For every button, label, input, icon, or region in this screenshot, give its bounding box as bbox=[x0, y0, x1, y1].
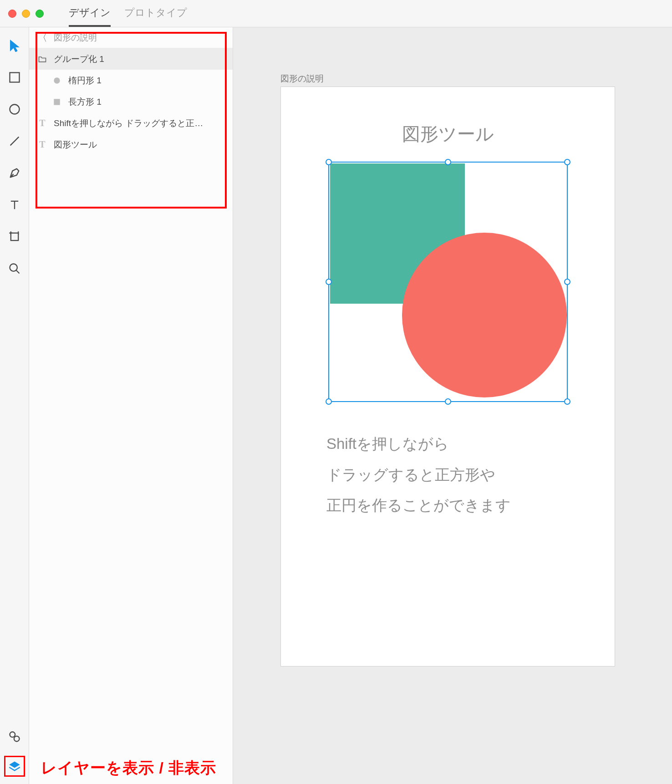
zoom-tool[interactable] bbox=[7, 261, 22, 276]
window-controls bbox=[8, 10, 44, 18]
layer-label: Shiftを押しながら ドラッグすると正… bbox=[54, 117, 203, 129]
artboard-tool[interactable] bbox=[7, 229, 22, 244]
layer-label: 楕円形 1 bbox=[68, 75, 102, 87]
layers-header: 〈 図形の説明 bbox=[29, 27, 233, 48]
back-chevron-icon[interactable]: 〈 bbox=[37, 31, 47, 45]
folder-icon bbox=[37, 54, 47, 64]
svg-line-2 bbox=[10, 137, 19, 146]
layer-label: 図形ツール bbox=[54, 139, 97, 151]
tab-prototype[interactable]: プロトタイプ bbox=[124, 6, 187, 21]
layer-row-text-1[interactable]: T Shiftを押しながら ドラッグすると正… bbox=[29, 112, 233, 134]
svg-rect-12 bbox=[54, 99, 60, 105]
svg-rect-0 bbox=[10, 73, 19, 82]
line-tool[interactable] bbox=[7, 134, 22, 148]
artboard-body-text[interactable]: Shiftを押しながらドラッグすると正方形や正円を作ることができます bbox=[326, 428, 587, 521]
layers-panel: 〈 図形の説明 グループ化 1 楕円形 1 長方形 1 T Shiftを押しなが… bbox=[29, 27, 233, 784]
layer-label: グループ化 1 bbox=[54, 53, 104, 65]
layer-row-group[interactable]: グループ化 1 bbox=[29, 48, 233, 70]
resize-handle-bm[interactable] bbox=[445, 398, 451, 405]
text-tool[interactable] bbox=[7, 198, 22, 212]
svg-rect-3 bbox=[10, 233, 18, 240]
ellipse-tool[interactable] bbox=[7, 102, 22, 117]
resize-handle-tm[interactable] bbox=[445, 159, 451, 165]
maximize-window-button[interactable] bbox=[36, 10, 44, 18]
artboard[interactable]: 図形ツール Shiftを押しながらドラッグすると正方形や正円を作ることができます bbox=[280, 87, 615, 667]
text-icon: T bbox=[37, 118, 47, 128]
resize-handle-tr[interactable] bbox=[564, 159, 570, 165]
artboard-label[interactable]: 図形の説明 bbox=[280, 73, 324, 85]
layer-label: 長方形 1 bbox=[68, 96, 102, 108]
layers-header-title: 図形の説明 bbox=[54, 32, 97, 44]
toolbar-bottom bbox=[0, 729, 29, 777]
text-icon: T bbox=[37, 140, 47, 150]
selection-bounds[interactable] bbox=[328, 162, 568, 402]
svg-point-1 bbox=[10, 105, 19, 114]
titlebar: デザイン プロトタイプ bbox=[0, 0, 672, 27]
rect-icon bbox=[52, 97, 62, 107]
layer-row-text-2[interactable]: T 図形ツール bbox=[29, 134, 233, 155]
artboard-title-text[interactable]: 図形ツール bbox=[281, 122, 615, 147]
canvas[interactable]: 図形の説明 図形ツール Shiftを押しながらドラッグすると正方形や正円を作るこ… bbox=[233, 27, 672, 784]
mode-tabs: デザイン プロトタイプ bbox=[69, 0, 187, 27]
svg-line-8 bbox=[16, 270, 19, 274]
ellipse-icon bbox=[52, 76, 62, 86]
resize-handle-br[interactable] bbox=[564, 398, 570, 405]
pen-tool[interactable] bbox=[7, 166, 22, 180]
svg-point-9 bbox=[10, 732, 15, 738]
svg-point-10 bbox=[14, 736, 19, 742]
resize-handle-ml[interactable] bbox=[326, 279, 332, 285]
layer-row-rect[interactable]: 長方形 1 bbox=[29, 91, 233, 112]
resize-handle-bl[interactable] bbox=[326, 398, 332, 405]
assets-button[interactable] bbox=[7, 729, 22, 744]
toolbar bbox=[0, 27, 29, 784]
layer-row-ellipse[interactable]: 楕円形 1 bbox=[29, 70, 233, 91]
resize-handle-tl[interactable] bbox=[326, 159, 332, 165]
rectangle-tool[interactable] bbox=[7, 70, 22, 85]
annotation-text: レイヤーを表示 / 非表示 bbox=[41, 758, 216, 779]
tab-design[interactable]: デザイン bbox=[69, 6, 111, 21]
layers-button-highlight bbox=[4, 756, 25, 777]
close-window-button[interactable] bbox=[8, 10, 16, 18]
minimize-window-button[interactable] bbox=[22, 10, 30, 18]
svg-point-11 bbox=[54, 77, 60, 83]
layers-toggle-button[interactable] bbox=[7, 759, 22, 774]
select-tool[interactable] bbox=[7, 38, 22, 53]
resize-handle-mr[interactable] bbox=[564, 279, 570, 285]
main-area: 〈 図形の説明 グループ化 1 楕円形 1 長方形 1 T Shiftを押しなが… bbox=[0, 27, 672, 784]
svg-point-7 bbox=[10, 264, 17, 271]
